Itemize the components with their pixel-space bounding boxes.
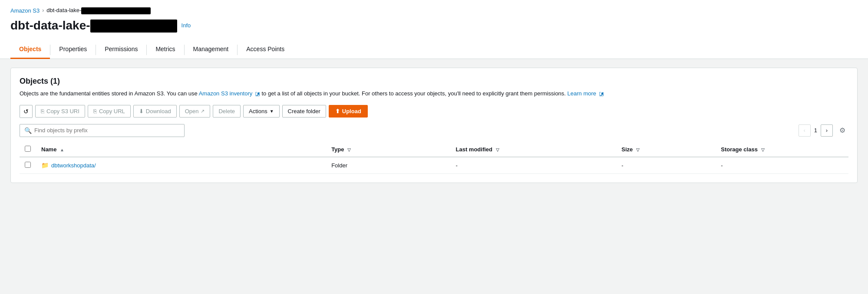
tab-properties[interactable]: Properties xyxy=(50,41,96,59)
pagination-next-button[interactable]: › xyxy=(821,124,833,137)
select-all-checkbox[interactable] xyxy=(25,146,31,152)
tab-permissions[interactable]: Permissions xyxy=(96,41,146,59)
download-button[interactable]: ⬇ Download xyxy=(133,105,177,118)
external-link-icon-2 xyxy=(599,91,604,97)
sort-asc-icon: ▲ xyxy=(60,147,64,152)
sort-icon-type: ▽ xyxy=(347,147,351,152)
page-title-area: dbt-data-lake- Info xyxy=(0,16,868,33)
column-type[interactable]: Type ▽ xyxy=(326,142,450,157)
external-link-icon xyxy=(255,91,260,97)
row-checkbox-cell xyxy=(20,157,36,174)
chevron-left-icon: ‹ xyxy=(804,127,805,134)
pagination-controls: ‹ 1 › ⚙ xyxy=(799,124,848,137)
create-folder-button[interactable]: Create folder xyxy=(282,105,326,118)
refresh-icon: ↺ xyxy=(23,108,29,115)
settings-button[interactable]: ⚙ xyxy=(836,124,848,137)
info-link[interactable]: Info xyxy=(182,22,191,29)
row-size-cell: - xyxy=(616,157,716,174)
table-body: 📁 dbtworkshopdata/ Folder - - - xyxy=(20,157,848,174)
learn-more-link[interactable]: Learn more xyxy=(568,90,596,97)
copy-icon-url: ⎘ xyxy=(93,108,97,114)
row-modified-cell: - xyxy=(450,157,616,174)
copy-s3-uri-button[interactable]: ⎘ Copy S3 URI xyxy=(35,105,85,118)
chevron-right-icon: › xyxy=(826,127,828,134)
row-checkbox[interactable] xyxy=(25,162,31,168)
folder-icon: 📁 xyxy=(41,162,49,169)
search-input[interactable] xyxy=(34,127,180,134)
breadcrumb: Amazon S3 › dbt-data-lake- xyxy=(0,0,868,16)
table-row: 📁 dbtworkshopdata/ Folder - - - xyxy=(20,157,848,174)
sort-icon-modified: ▽ xyxy=(496,147,499,152)
pagination-prev-button[interactable]: ‹ xyxy=(799,124,811,137)
toolbar: ↺ ⎘ Copy S3 URI ⎘ Copy URL ⬇ Download Op… xyxy=(20,105,848,118)
table-header: Name ▲ Type ▽ Last modified ▽ Size ▽ xyxy=(20,142,848,157)
tab-metrics[interactable]: Metrics xyxy=(147,41,184,59)
copy-url-button[interactable]: ⎘ Copy URL xyxy=(88,105,131,118)
upload-icon: ⬆ xyxy=(335,108,340,114)
sort-icon-size: ▽ xyxy=(636,147,640,152)
refresh-button[interactable]: ↺ xyxy=(20,105,33,118)
row-type-cell: Folder xyxy=(326,157,450,174)
redacted-title xyxy=(90,20,177,33)
tab-access-points[interactable]: Access Points xyxy=(238,41,293,59)
open-external-icon: ↗ xyxy=(201,108,205,114)
delete-button[interactable]: Delete xyxy=(213,105,241,118)
sort-icon-storage: ▽ xyxy=(761,147,765,152)
chevron-down-icon: ▼ xyxy=(270,109,274,114)
upload-button[interactable]: ⬆ Upload xyxy=(329,105,368,118)
main-content: Objects (1) Objects are the fundamental … xyxy=(0,59,868,192)
download-icon: ⬇ xyxy=(139,108,144,114)
tabs-bar: Objects Properties Permissions Metrics M… xyxy=(0,33,868,59)
objects-table: Name ▲ Type ▽ Last modified ▽ Size ▽ xyxy=(20,142,848,174)
row-name-cell: 📁 dbtworkshopdata/ xyxy=(36,157,326,174)
search-icon: 🔍 xyxy=(24,127,32,134)
panel-header: Objects (1) xyxy=(20,77,848,86)
breadcrumb-separator: › xyxy=(42,7,44,13)
search-row: 🔍 ‹ 1 › ⚙ xyxy=(20,124,848,137)
page-number: 1 xyxy=(814,127,817,134)
column-last-modified[interactable]: Last modified ▽ xyxy=(450,142,616,157)
breadcrumb-bucket: dbt-data-lake- xyxy=(46,7,151,14)
actions-button[interactable]: Actions ▼ xyxy=(243,105,280,118)
search-box[interactable]: 🔍 xyxy=(20,124,185,137)
folder-link[interactable]: 📁 dbtworkshopdata/ xyxy=(41,162,96,169)
column-size[interactable]: Size ▽ xyxy=(616,142,716,157)
objects-panel: Objects (1) Objects are the fundamental … xyxy=(10,68,858,183)
inventory-link[interactable]: Amazon S3 inventory xyxy=(199,90,253,97)
tab-management[interactable]: Management xyxy=(185,41,238,59)
copy-icon-s3: ⎘ xyxy=(41,108,44,114)
open-button[interactable]: Open ↗ xyxy=(179,105,211,118)
breadcrumb-s3-link[interactable]: Amazon S3 xyxy=(10,7,40,14)
redacted-bucket-name xyxy=(81,7,151,14)
page-title: dbt-data-lake- xyxy=(10,19,177,33)
column-storage-class[interactable]: Storage class ▽ xyxy=(716,142,848,157)
select-all-header xyxy=(20,142,36,157)
row-storage-class-cell: - xyxy=(716,157,848,174)
column-name[interactable]: Name ▲ xyxy=(36,142,326,157)
panel-description: Objects are the fundamental entities sto… xyxy=(20,89,848,98)
tab-objects[interactable]: Objects xyxy=(10,41,50,59)
objects-count: (1) xyxy=(50,77,60,85)
panel-title: Objects xyxy=(20,77,48,85)
